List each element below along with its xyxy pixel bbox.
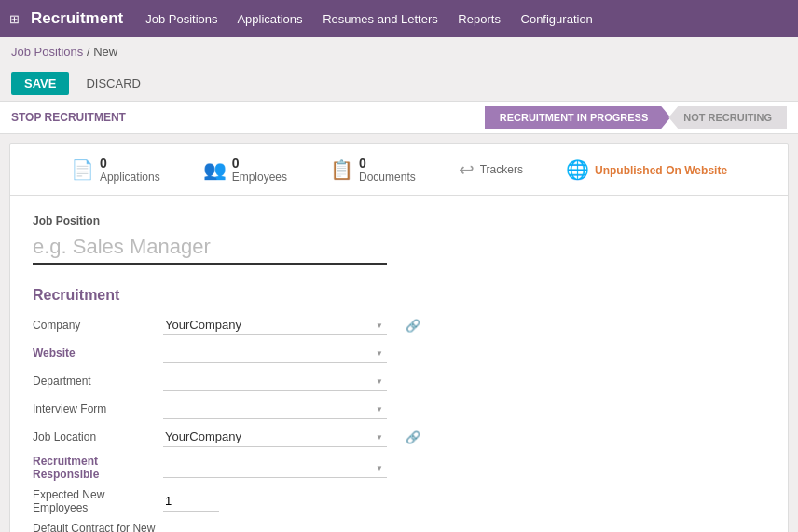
field-default-contract xyxy=(163,525,406,532)
ext-link-job-location[interactable]: 🔗 xyxy=(406,430,765,444)
employees-label: Employees xyxy=(232,171,287,184)
field-website xyxy=(163,343,406,363)
select-recruitment-responsible[interactable] xyxy=(163,457,387,478)
tab-unpublished[interactable]: 🌐 Unpublished On Website xyxy=(558,155,735,184)
status-active[interactable]: RECRUITMENT IN PROGRESS xyxy=(485,106,671,129)
status-bar: STOP RECRUITMENT RECRUITMENT IN PROGRESS… xyxy=(0,101,798,134)
employees-count: 0 xyxy=(232,156,240,171)
label-interview-form: Interview Form xyxy=(33,402,163,416)
tab-applications[interactable]: 📄 0 Applications xyxy=(63,152,168,187)
breadcrumb-current: New xyxy=(93,45,117,59)
employees-icon: 👥 xyxy=(203,158,227,181)
applications-count: 0 xyxy=(100,156,107,171)
recruitment-section-title: Recruitment xyxy=(33,287,765,304)
unpublished-line2: On Website xyxy=(666,164,727,177)
action-bar: SAVE DISCARD xyxy=(0,66,798,101)
label-department: Department xyxy=(33,375,163,388)
field-department xyxy=(163,371,406,391)
label-job-location: Job Location xyxy=(33,430,163,443)
field-recruitment-responsible xyxy=(163,457,406,478)
status-buttons: RECRUITMENT IN PROGRESS NOT RECRUITING xyxy=(485,106,787,129)
field-expected-new-employees xyxy=(163,491,406,512)
job-position-input[interactable] xyxy=(33,231,387,265)
label-website: Website xyxy=(33,347,163,360)
nav-resumes-letters[interactable]: Resumes and Letters xyxy=(323,12,438,26)
grid-icon[interactable]: ⊞ xyxy=(9,12,20,26)
status-inactive[interactable]: NOT RECRUITING xyxy=(668,106,787,129)
form-grid: Company YourCompany 🔗 Website xyxy=(33,315,765,532)
ext-link-company[interactable]: 🔗 xyxy=(406,319,765,333)
brand-title: Recruitment xyxy=(31,9,123,28)
select-interview-form[interactable] xyxy=(163,399,387,419)
top-nav-links: Job Positions Applications Resumes and L… xyxy=(145,12,610,26)
top-nav: ⊞ Recruitment Job Positions Applications… xyxy=(0,0,798,37)
select-department[interactable] xyxy=(163,371,387,391)
field-job-location: YourCompany xyxy=(163,427,406,447)
field-company: YourCompany xyxy=(163,315,406,335)
main-content: 📄 0 Applications 👥 0 Employees 📋 0 Docum… xyxy=(9,143,789,532)
select-website[interactable] xyxy=(163,343,387,363)
stat-tabs: 📄 0 Applications 👥 0 Employees 📋 0 Docum… xyxy=(10,144,788,196)
form-area: Job Position Recruitment Company YourCom… xyxy=(10,196,788,532)
applications-icon: 📄 xyxy=(71,158,94,181)
select-job-location[interactable]: YourCompany xyxy=(163,427,387,447)
trackers-label: Trackers xyxy=(480,163,523,176)
label-company: Company xyxy=(33,319,163,332)
unpublished-line1: Unpublished xyxy=(595,164,663,177)
trackers-icon: ↩ xyxy=(459,158,475,181)
documents-label: Documents xyxy=(359,171,416,184)
tab-documents[interactable]: 📋 0 Documents xyxy=(323,152,423,187)
label-recruitment-responsible: Recruitment Responsible xyxy=(33,455,163,481)
save-button[interactable]: SAVE xyxy=(11,72,69,95)
label-expected-new-employees: Expected New Employees xyxy=(33,488,163,514)
select-company[interactable]: YourCompany xyxy=(163,315,387,335)
breadcrumb-parent[interactable]: Job Positions xyxy=(11,45,83,59)
input-expected-new-employees[interactable] xyxy=(163,491,219,512)
label-default-contract: Default Contract for New Employees xyxy=(33,522,163,532)
stop-recruitment-button[interactable]: STOP RECRUITMENT xyxy=(11,111,126,124)
documents-count: 0 xyxy=(359,156,366,171)
discard-button[interactable]: DISCARD xyxy=(76,72,150,95)
documents-icon: 📋 xyxy=(330,158,353,181)
nav-job-positions[interactable]: Job Positions xyxy=(145,12,217,26)
nav-reports[interactable]: Reports xyxy=(458,12,501,26)
applications-label: Applications xyxy=(100,171,160,184)
nav-configuration[interactable]: Configuration xyxy=(521,12,593,26)
nav-applications[interactable]: Applications xyxy=(237,12,302,26)
unpublished-icon: 🌐 xyxy=(566,158,589,181)
tab-trackers[interactable]: ↩ Trackers xyxy=(451,155,530,184)
field-interview-form xyxy=(163,399,406,419)
breadcrumb: Job Positions / New xyxy=(0,37,798,66)
job-position-label: Job Position xyxy=(33,214,765,227)
select-default-contract[interactable] xyxy=(163,525,387,532)
tab-employees[interactable]: 👥 0 Employees xyxy=(196,152,295,187)
